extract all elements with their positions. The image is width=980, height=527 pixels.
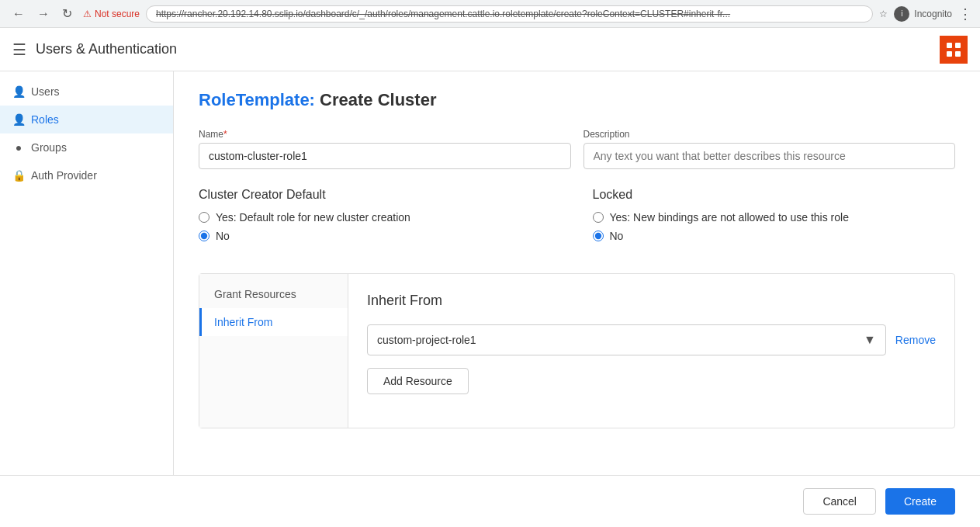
cluster-creator-yes-label: Yes: Default role for new cluster creati… [216, 211, 410, 224]
bookmark-icon[interactable]: ☆ [879, 9, 888, 19]
tab-inherit-from[interactable]: Inherit From [199, 308, 348, 336]
incognito-area: i Incognito [894, 6, 952, 22]
sidebar: 👤 Users 👤 Roles ● Groups 🔒 Auth Provider [0, 71, 174, 475]
locked-no-label: No [610, 230, 624, 242]
svg-rect-3 [955, 51, 961, 57]
rancher-logo [940, 36, 968, 64]
tabs-content: Inherit From custom-project-role1 ▼ Remo… [348, 274, 954, 428]
name-description-row: Name* Description [199, 129, 955, 169]
cluster-creator-yes-radio[interactable] [199, 212, 210, 223]
inherit-from-dropdown[interactable]: custom-project-role1 ▼ [367, 324, 886, 355]
add-resource-button[interactable]: Add Resource [367, 368, 469, 394]
content-area: RoleTemplate: Create Cluster Name* Descr… [174, 71, 980, 475]
warning-icon: ⚠ [83, 9, 92, 19]
locked-title: Locked [593, 188, 956, 202]
cluster-creator-no-label: No [216, 230, 230, 242]
svg-rect-1 [955, 43, 961, 48]
sidebar-item-groups[interactable]: ● Groups [0, 133, 173, 161]
sidebar-item-roles-label: Roles [31, 113, 59, 126]
roles-icon: 👤 [12, 113, 25, 126]
locked-yes-item: Yes: New bindings are not allowed to use… [593, 211, 956, 224]
cluster-creator-title: Cluster Creator Default [199, 188, 562, 202]
name-required: * [223, 129, 227, 140]
reload-button[interactable]: ↻ [57, 5, 77, 23]
incognito-icon: i [894, 6, 909, 22]
description-input[interactable] [583, 143, 956, 169]
sidebar-item-groups-label: Groups [31, 141, 67, 154]
name-label: Name* [199, 129, 571, 140]
forward-button[interactable]: → [33, 5, 54, 23]
app: ☰ Users & Authentication 👤 Users 👤 Roles [0, 28, 980, 527]
name-input[interactable] [199, 143, 571, 169]
dropdown-arrow-icon: ▼ [864, 333, 876, 347]
cancel-button[interactable]: Cancel [803, 488, 876, 515]
browser-menu-button[interactable]: ⋮ [958, 5, 972, 23]
not-secure-label: Not secure [95, 9, 140, 19]
page-title: RoleTemplate: Create Cluster [199, 90, 955, 110]
sidebar-item-auth-provider[interactable]: 🔒 Auth Provider [0, 161, 173, 189]
tabs-content-title: Inherit From [367, 293, 936, 309]
remove-link[interactable]: Remove [895, 334, 936, 346]
back-button[interactable]: ← [8, 5, 29, 23]
footer: Cancel Create [0, 475, 980, 527]
locked-yes-radio[interactable] [593, 212, 604, 223]
browser-nav: ← → ↻ [8, 5, 77, 23]
cluster-creator-no-item: No [199, 230, 562, 242]
auth-provider-icon: 🔒 [12, 169, 25, 182]
main-area: 👤 Users 👤 Roles ● Groups 🔒 Auth Provider… [0, 71, 980, 475]
incognito-label: Incognito [914, 9, 952, 19]
svg-rect-2 [947, 51, 952, 57]
tabs-panel: Grant Resources Inherit From Inherit Fro… [199, 273, 955, 428]
locked-yes-label: Yes: New bindings are not allowed to use… [610, 211, 849, 224]
create-button[interactable]: Create [885, 488, 955, 515]
svg-rect-0 [947, 43, 952, 48]
cluster-creator-yes-item: Yes: Default role for new cluster creati… [199, 211, 562, 224]
app-title: Users & Authentication [36, 41, 177, 57]
dropdown-row: custom-project-role1 ▼ Remove [367, 324, 936, 355]
locked-no-radio[interactable] [593, 231, 604, 241]
sidebar-item-users-label: Users [31, 85, 60, 98]
sidebar-item-auth-label: Auth Provider [31, 169, 97, 182]
page-title-suffix: Create Cluster [315, 90, 437, 109]
browser-bar: ← → ↻ ⚠ Not secure https://rancher.20.19… [0, 0, 980, 28]
cluster-creator-group: Cluster Creator Default Yes: Default rol… [199, 188, 562, 248]
locked-no-item: No [593, 230, 956, 242]
app-header: ☰ Users & Authentication [0, 28, 980, 71]
tabs-sidebar: Grant Resources Inherit From [199, 274, 348, 428]
users-icon: 👤 [12, 85, 25, 98]
page-title-prefix: RoleTemplate: [199, 90, 315, 109]
sidebar-item-users[interactable]: 👤 Users [0, 78, 173, 106]
dropdown-value: custom-project-role1 [377, 334, 476, 346]
description-label: Description [583, 129, 956, 140]
options-row: Cluster Creator Default Yes: Default rol… [199, 188, 955, 248]
groups-icon: ● [12, 141, 25, 154]
sidebar-item-roles[interactable]: 👤 Roles [0, 106, 173, 133]
name-field-group: Name* [199, 129, 571, 169]
tab-grant-resources[interactable]: Grant Resources [199, 280, 348, 308]
not-secure-indicator: ⚠ Not secure [83, 9, 140, 19]
cluster-creator-no-radio[interactable] [199, 231, 210, 241]
url-bar[interactable]: https://rancher.20.192.14.80.sslip.io/da… [146, 5, 873, 23]
description-field-group: Description [583, 129, 956, 169]
hamburger-menu-button[interactable]: ☰ [12, 40, 26, 59]
locked-group: Locked Yes: New bindings are not allowed… [593, 188, 956, 248]
